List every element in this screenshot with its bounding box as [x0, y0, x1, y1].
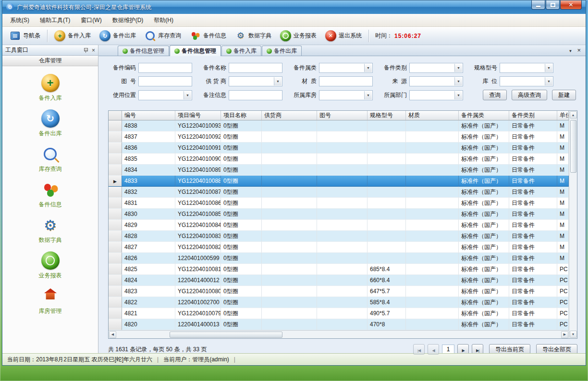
tab-parts-info-management-1[interactable]: 备件信息管理	[118, 46, 169, 56]
tab-parts-info-management-2[interactable]: 备件信息管理	[170, 45, 221, 56]
table-row[interactable]: 4834 YG12204010089 0型圈 标准件（国产） 日常备件	[109, 165, 569, 176]
chevron-down-icon[interactable]	[184, 91, 191, 99]
column-header[interactable]: 材质	[406, 111, 459, 120]
table-row[interactable]: 4823 YG12204010080 0型圈 647*5.7 标准件（国产） 日…	[109, 286, 569, 297]
menu-item[interactable]: 辅助工具(T)	[35, 14, 75, 26]
table-row[interactable]: 4828 YG12204010083 0型圈 标准件（国产） 日常备件	[109, 231, 569, 242]
nav-bar-button[interactable]: 导航条	[5, 29, 45, 43]
table-row[interactable]: 4820 1220401400013 0型圈 470*8 标准件（国产） 日常备…	[109, 319, 569, 330]
table-row[interactable]: 4837 YG12204010092 0型圈 标准件（国产） 日常备件	[109, 131, 569, 143]
sidebar-parts-info[interactable]: 备件信息	[22, 180, 79, 209]
column-header[interactable]: 供货商	[262, 111, 317, 120]
table-row[interactable]: 4821 YG12204010079 0型圈 490*5.7 标准件（国产） 日…	[109, 308, 569, 319]
close-button[interactable]	[560, 0, 582, 10]
warehouse-select[interactable]	[319, 90, 373, 100]
parts-outbound-button[interactable]: 备件出库	[95, 29, 140, 43]
business-report-button[interactable]: 业务报表	[276, 29, 321, 43]
table-row[interactable]: 4835 YG12204010090 0型圈 标准件（国产） 日常备件	[109, 154, 569, 165]
query-button[interactable]: 查询	[483, 90, 507, 100]
table-row[interactable]: 4827 YG12204010082 0型圈 标准件（国产） 日常备件	[109, 242, 569, 253]
exit-system-button[interactable]: 退出系统	[321, 29, 366, 43]
scroll-right-icon[interactable]	[561, 331, 568, 338]
parts-info-button[interactable]: 备件信息	[185, 29, 231, 43]
chevron-down-icon[interactable]	[364, 91, 372, 99]
scroll-down-icon[interactable]	[570, 331, 577, 338]
part-category-select[interactable]	[319, 63, 373, 73]
parts-inbound-button[interactable]: 备件入库	[50, 29, 95, 43]
column-header[interactable]: 项目编号	[175, 111, 221, 120]
maximize-button[interactable]	[546, 0, 560, 10]
material-input[interactable]	[319, 76, 373, 86]
chevron-down-icon[interactable]	[545, 64, 552, 72]
column-header[interactable]: 项目名称	[221, 111, 262, 120]
vertical-scroll-thumb[interactable]	[570, 120, 576, 173]
column-header[interactable]: 备件类别	[509, 111, 557, 120]
location-select[interactable]	[500, 76, 553, 86]
table-row[interactable]: 4838 YG12204010093 0型圈 标准件（国产） 日常备件	[109, 120, 569, 131]
advanced-query-button[interactable]: 高级查询	[512, 90, 547, 100]
drawing-no-input[interactable]	[138, 76, 192, 86]
column-header[interactable]: 图号	[317, 111, 368, 120]
department-select[interactable]	[409, 90, 463, 100]
table-row[interactable]: 4825 YG12204010081 0型圈 685*8.4 标准件（国产） 日…	[109, 264, 569, 275]
table-row[interactable]: 4829 YG12204010084 0型圈 标准件（国产） 日常备件	[109, 220, 569, 231]
part-name-input[interactable]	[229, 63, 282, 73]
stock-query-button[interactable]: 库存查询	[140, 29, 185, 43]
scroll-left-icon[interactable]	[109, 331, 116, 338]
sidebar-parts-inbound[interactable]: 备件入库	[22, 74, 79, 102]
tab-close-icon[interactable]	[577, 47, 581, 54]
column-header[interactable]: 编号	[122, 111, 175, 120]
table-row[interactable]: 4833 YG12204010088 0型圈 标准件（国产） 日常备件	[109, 176, 569, 187]
column-header[interactable]: 备件属类	[459, 111, 509, 120]
menu-item[interactable]: 数据维护(D)	[108, 14, 148, 26]
table-row[interactable]: 4836 YG12204010091 0型圈 标准件（国产） 日常备件	[109, 143, 569, 154]
remark-input[interactable]	[229, 90, 282, 100]
supplier-select[interactable]	[229, 76, 282, 86]
minimize-button[interactable]	[531, 0, 545, 10]
part-code-input[interactable]	[138, 63, 192, 73]
data-dictionary-button[interactable]: 数据字典	[231, 29, 276, 43]
chevron-down-icon[interactable]	[454, 91, 462, 99]
tab-parts-outbound[interactable]: 备件出库	[262, 46, 302, 56]
sidebar-parts-outbound[interactable]: 备件出库	[22, 109, 79, 138]
tab-list-dropdown-icon[interactable]	[568, 47, 572, 54]
prev-page-button[interactable]	[428, 344, 439, 355]
chevron-down-icon[interactable]	[454, 64, 462, 72]
tab-parts-inbound[interactable]: 备件入库	[221, 46, 261, 56]
sidebar-data-dictionary[interactable]: 数据字典	[22, 216, 79, 244]
part-class-select[interactable]	[409, 63, 463, 73]
close-panel-icon[interactable]	[92, 48, 95, 53]
table-row[interactable]: 4826 1220401000599 0型圈 标准件（国产） 日常备件	[109, 253, 569, 264]
toolbar-item-label: 库存查询	[158, 32, 181, 40]
table-row[interactable]: 4830 YG12204010085 0型圈 标准件（国产） 日常备件	[109, 209, 569, 220]
table-row[interactable]: 4822 1220401002700 0型圈 585*8.4 标准件（国产） 日…	[109, 297, 569, 308]
sidebar-business-report[interactable]: 业务报表	[22, 251, 79, 280]
chevron-down-icon[interactable]	[545, 77, 552, 85]
sidebar-warehouse-management[interactable]: 库房管理	[22, 287, 79, 315]
table-row[interactable]: 4824 1220401400012 0型圈 660*8.4 标准件（国产） 日…	[109, 275, 569, 286]
horizontal-scroll-thumb[interactable]	[170, 332, 282, 338]
sidebar-stock-query[interactable]: 库存查询	[22, 145, 79, 173]
menu-item[interactable]: 窗口(W)	[76, 14, 106, 26]
row-indicator	[109, 242, 122, 253]
table-row[interactable]: 4831 YG12204010086 0型圈 标准件（国产） 日常备件	[109, 198, 569, 209]
column-header[interactable]: 单位	[557, 111, 569, 120]
table-row[interactable]: 4832 YG12204010087 0型圈 标准件（国产） 日常备件	[109, 187, 569, 198]
first-page-button[interactable]	[413, 344, 425, 355]
vertical-scrollbar[interactable]	[569, 111, 577, 338]
new-button[interactable]: 新建	[552, 90, 576, 100]
scroll-up-icon[interactable]	[570, 111, 577, 119]
chevron-down-icon[interactable]	[364, 64, 372, 72]
spec-model-select[interactable]	[500, 63, 553, 73]
chevron-down-icon[interactable]	[274, 77, 282, 85]
column-header[interactable]: 规格型号	[368, 111, 406, 120]
horizontal-scrollbar[interactable]	[109, 330, 569, 338]
pin-icon[interactable]	[83, 48, 88, 53]
chevron-down-icon[interactable]	[454, 77, 462, 85]
source-select[interactable]	[409, 76, 463, 86]
menu-item[interactable]: 系统(S)	[5, 14, 34, 26]
page-number-input[interactable]	[442, 345, 454, 354]
menu-item[interactable]: 帮助(H)	[149, 14, 178, 26]
use-position-select[interactable]	[138, 90, 192, 100]
parts-inbound-icon	[41, 74, 60, 92]
